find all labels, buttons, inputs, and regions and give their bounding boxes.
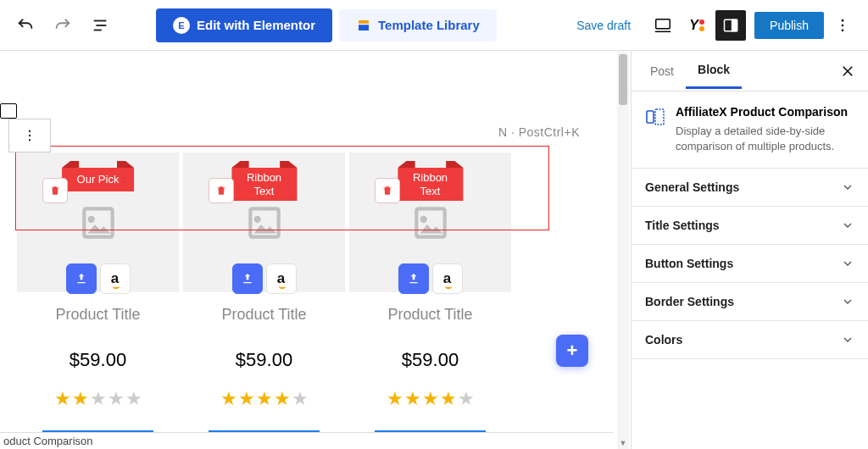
product-card: Ribbon Text a Product Title $59.00 ★★★★★… (349, 152, 512, 449)
kebab-icon (834, 17, 851, 34)
panel-colors[interactable]: Colors (632, 321, 868, 359)
editor-top-bar: E Edit with Elementor Template Library S… (0, 0, 868, 51)
trash-icon (381, 185, 393, 197)
product-ribbon[interactable]: Our Pick (62, 168, 135, 191)
product-title[interactable]: Product Title (24, 306, 172, 324)
ribbon-text: Our Pick (77, 173, 120, 186)
svg-point-8 (842, 19, 844, 21)
yoast-button[interactable]: Y (682, 10, 712, 41)
product-ribbon[interactable]: Ribbon Text (398, 168, 463, 201)
amazon-icon: a (111, 270, 119, 287)
trash-icon (215, 185, 227, 197)
undo-button[interactable] (10, 10, 41, 41)
upload-image-button[interactable] (398, 263, 429, 294)
svg-point-11 (29, 130, 31, 132)
ribbon-text: Ribbon Text (247, 171, 281, 197)
product-title[interactable]: Product Title (190, 306, 338, 324)
settings-sidebar-toggle[interactable] (715, 10, 746, 41)
edit-with-elementor-button[interactable]: E Edit with Elementor (156, 8, 332, 42)
product-price[interactable]: $59.00 (190, 349, 338, 371)
save-draft-link[interactable]: Save draft (576, 19, 631, 32)
image-placeholder-icon (409, 199, 452, 247)
block-breadcrumb[interactable]: oduct Comparison (0, 432, 614, 449)
block-name-label: AffiliateX Product Comparison (676, 105, 854, 119)
chevron-down-icon (841, 295, 854, 308)
product-card: Our Pick a Product Title $59.00 ★★★★★ Bu… (17, 152, 180, 449)
panel-label: Border Settings (645, 295, 734, 308)
product-comparison-block[interactable]: Our Pick a Product Title $59.00 ★★★★★ Bu… (17, 152, 512, 449)
product-price[interactable]: $59.00 (356, 349, 504, 371)
sidebar-tabs: Post Block (632, 51, 868, 91)
product-rating[interactable]: ★★★★★ (24, 388, 172, 410)
tab-block[interactable]: Block (686, 53, 742, 89)
amazon-source-button[interactable]: a (100, 263, 131, 294)
product-title[interactable]: Product Title (356, 306, 504, 324)
delete-card-button[interactable] (209, 178, 234, 203)
product-rating[interactable]: ★★★★★ (356, 388, 504, 410)
upload-image-button[interactable] (66, 263, 97, 294)
editor-canvas[interactable]: ▲ ▼ N · PostCtrl+K Our Pick (0, 51, 631, 449)
svg-point-10 (842, 29, 844, 31)
canvas-scrollbar[interactable]: ▲ ▼ (617, 51, 629, 449)
svg-rect-7 (732, 19, 737, 30)
block-info-panel: AffiliateX Product Comparison Display a … (632, 91, 868, 169)
product-price[interactable]: $59.00 (24, 349, 172, 371)
upload-icon (75, 272, 88, 285)
panel-title-settings[interactable]: Title Settings (632, 207, 868, 245)
elementor-icon: E (173, 17, 190, 34)
options-menu-button[interactable] (827, 10, 858, 41)
amazon-source-button[interactable]: a (266, 263, 297, 294)
panel-general-settings[interactable]: General Settings (632, 169, 868, 207)
chevron-down-icon (841, 257, 854, 270)
delete-card-button[interactable] (42, 178, 68, 203)
image-placeholder-icon (77, 199, 120, 247)
template-icon (356, 18, 371, 33)
block-drag-handle[interactable] (0, 103, 17, 119)
block-toolbar[interactable] (8, 119, 51, 152)
close-icon (840, 64, 855, 79)
upload-icon (407, 272, 420, 285)
panel-label: Title Settings (645, 219, 720, 232)
kebab-icon (22, 128, 37, 143)
amazon-icon: a (277, 270, 285, 287)
amazon-source-button[interactable]: a (432, 263, 463, 294)
trash-icon (49, 185, 61, 197)
keyboard-shortcut-hint: N · PostCtrl+K (498, 125, 580, 139)
redo-button[interactable] (47, 10, 78, 41)
comparison-block-icon (645, 107, 665, 127)
template-library-button[interactable]: Template Library (339, 9, 497, 42)
add-block-button[interactable]: + (556, 335, 588, 367)
chevron-down-icon (841, 219, 854, 232)
svg-point-13 (29, 139, 31, 141)
panel-label: Button Settings (645, 257, 733, 270)
product-ribbon[interactable]: Ribbon Text (231, 168, 297, 201)
doc-outline-button[interactable] (85, 10, 115, 41)
product-rating[interactable]: ★★★★★ (190, 388, 338, 410)
publish-button[interactable]: Publish (754, 12, 824, 39)
image-placeholder-icon (243, 199, 286, 247)
chevron-down-icon (841, 180, 854, 194)
desktop-icon (654, 16, 672, 35)
panel-border-settings[interactable]: Border Settings (632, 283, 868, 321)
sidebar-icon (722, 17, 739, 34)
settings-sidebar: Post Block AffiliateX Product Comparison… (631, 51, 868, 449)
preview-button[interactable] (648, 10, 678, 41)
chevron-down-icon (841, 333, 854, 346)
block-description: Display a detailed side-by-side comparis… (676, 124, 854, 154)
amazon-icon: a (443, 270, 451, 287)
svg-rect-17 (655, 109, 664, 125)
scroll-down-icon[interactable]: ▼ (617, 437, 629, 449)
svg-point-9 (842, 24, 844, 26)
upload-image-button[interactable] (232, 263, 263, 294)
panel-label: Colors (645, 333, 682, 346)
elementor-label: Edit with Elementor (197, 18, 315, 32)
panel-label: General Settings (645, 180, 739, 194)
svg-rect-16 (647, 111, 654, 123)
yoast-icon: Y (689, 18, 704, 33)
delete-card-button[interactable] (375, 178, 400, 203)
close-sidebar-button[interactable] (834, 58, 861, 85)
scrollbar-thumb[interactable] (619, 54, 627, 105)
panel-button-settings[interactable]: Button Settings (632, 245, 868, 283)
product-card: Ribbon Text a Product Title $59.00 ★★★★★… (183, 152, 346, 449)
tab-post[interactable]: Post (638, 54, 686, 88)
